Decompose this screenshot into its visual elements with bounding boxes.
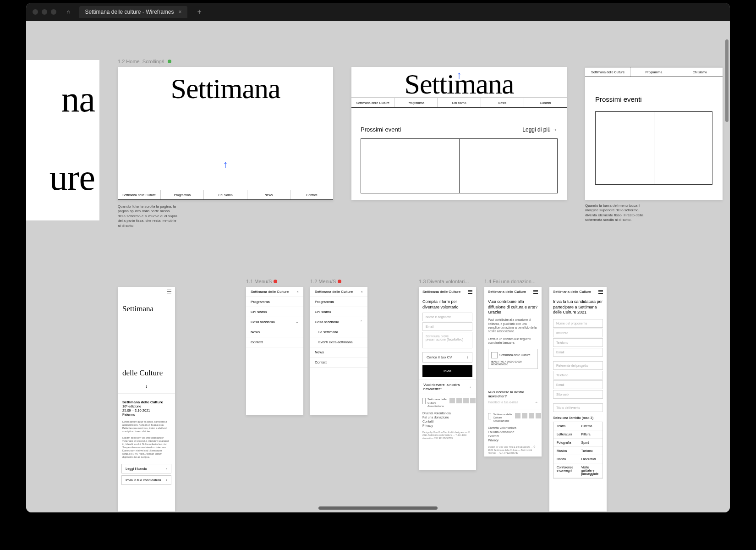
submenu-item[interactable]: La settimana	[310, 327, 367, 337]
submit-button[interactable]: Invia	[422, 365, 472, 377]
menu-item[interactable]: News	[310, 347, 367, 358]
maximize-window-button[interactable]	[51, 9, 56, 15]
frame-1-3[interactable]: 1.3 Home_Scrolling/L Settimana ↑ Settima…	[351, 67, 567, 200]
canvas[interactable]: na ure 1.2 Home_Scrolling/L Settimana ↑ …	[26, 21, 730, 512]
frame-1-4-donazione[interactable]: 1.4 Fai una donazion... Settimana delle …	[484, 287, 542, 456]
newsletter-input[interactable]: Inserisci la tua e-mail→	[484, 399, 542, 409]
category-option[interactable]: Musica	[553, 447, 578, 455]
nav-item[interactable]: Settimana delle Culture	[585, 67, 631, 77]
category-option[interactable]: Turismo	[578, 447, 603, 455]
footer-link[interactable]: Fai una donazione	[488, 430, 538, 434]
nav-item[interactable]: Programma	[161, 190, 204, 199]
footer-link[interactable]: Fai una donazione	[422, 416, 472, 419]
nav-item[interactable]: Settimana delle Culture	[351, 98, 394, 107]
menu-item[interactable]: Contatti	[246, 337, 303, 347]
titolo-evento-input[interactable]: Titolo dell'evento	[553, 403, 603, 412]
menu-item[interactable]: Programma	[310, 297, 367, 307]
category-option[interactable]: Cinema	[578, 422, 603, 430]
footer-link[interactable]: Contatti	[422, 420, 472, 423]
footer: Settimana delle Culture Associazione Div…	[484, 409, 542, 458]
nav-item[interactable]: Chi siamo	[204, 190, 247, 199]
nav-item[interactable]: Programma	[394, 98, 438, 107]
event-card[interactable]	[595, 111, 654, 185]
frame-1-1-menu-s[interactable]: 1.1 Menu/S Settimana delle Culture× Prog…	[246, 287, 303, 415]
close-tab-icon[interactable]: ×	[179, 9, 182, 15]
scrollbar-vertical[interactable]	[725, 39, 729, 122]
bio-textarea[interactable]: Scrivi una breve presentazione (facoltat…	[422, 332, 472, 348]
menu-item[interactable]: Programma	[246, 297, 303, 307]
upload-cv-button[interactable]: Carica il tuo CV↓	[422, 352, 472, 363]
menu-item[interactable]: Chi siamo	[310, 307, 367, 317]
nav-item[interactable]: Contatti	[524, 98, 567, 107]
frame-cropped-left[interactable]: na ure	[26, 60, 99, 220]
menu-item[interactable]: Cosa facciamo⌃	[310, 317, 367, 327]
email-input[interactable]: Email	[422, 322, 472, 331]
nav-item[interactable]: News	[247, 190, 290, 199]
referente-input[interactable]: Referente del progetto	[553, 361, 603, 370]
name-input[interactable]: Nome e cognome	[422, 313, 472, 321]
nav-item[interactable]: Chi siamo	[677, 67, 723, 77]
email2-input[interactable]: Email	[553, 380, 603, 389]
category-option[interactable]: Danza	[553, 455, 578, 463]
close-window-button[interactable]	[33, 9, 38, 15]
frame-1-2[interactable]: 1.2 Home_Scrolling/L Settimana ↑ Settima…	[118, 67, 333, 200]
footer-link[interactable]: Privacy	[422, 424, 472, 427]
menu-icon[interactable]	[598, 290, 603, 294]
footer-link[interactable]: Diventa volontario/a	[488, 426, 538, 429]
nav-item[interactable]: Contatti	[290, 190, 333, 199]
category-option[interactable]: Letteratura	[553, 430, 578, 439]
add-tab-button[interactable]: +	[197, 8, 202, 16]
leggi-bando-button[interactable]: Leggi il bando›	[121, 464, 171, 473]
footer-link[interactable]: Contatti	[488, 434, 538, 438]
submenu-item[interactable]: Eventi extra-settimana	[310, 337, 367, 347]
frame-1-4[interactable]: 1.4 Home_Scrolling/L Settimana delle Cul…	[585, 67, 723, 200]
frame-1-5-candidatura[interactable]: 1.5 Invia candidatura... Settimana delle…	[549, 287, 607, 512]
category-option[interactable]: Laboratori	[578, 455, 603, 463]
email-input[interactable]: Email	[553, 348, 603, 357]
menu-icon[interactable]	[468, 290, 472, 294]
nav-item[interactable]: Programma	[631, 67, 677, 77]
home-icon[interactable]: ⌂	[66, 8, 70, 16]
sito-input[interactable]: Sito web	[553, 390, 603, 399]
tab-active[interactable]: Settimana delle culture - Wireframes ×	[79, 6, 187, 18]
indirizzo-input[interactable]: Indirizzo	[553, 329, 603, 337]
category-option[interactable]: Pittura	[578, 430, 603, 439]
category-option[interactable]: Fotografia	[553, 439, 578, 447]
menu-item[interactable]: Settimana delle Culture×	[246, 287, 303, 297]
social-icons[interactable]	[449, 398, 476, 403]
nav-item[interactable]: Chi siamo	[438, 98, 481, 107]
minimize-window-button[interactable]	[42, 9, 47, 15]
proponente-input[interactable]: Nome del proponente	[553, 319, 603, 328]
frame-1-2-menu-s[interactable]: 1.2 Menu/S Settimana delle Culture× Prog…	[310, 287, 367, 415]
telefono-input[interactable]: Telefono	[553, 338, 603, 347]
nav-item[interactable]: News	[481, 98, 524, 107]
category-option[interactable]: Visite guidate e passeggiate	[578, 463, 603, 478]
newsletter-cta[interactable]: Vuoi ricevere la nostra newsletter?→	[419, 380, 476, 394]
frame-1-0-home-s[interactable]: 1.0 Home/S Settimana delle Culture ↓ Set…	[118, 287, 175, 512]
menu-item[interactable]: News	[246, 327, 303, 337]
social-icons[interactable]	[515, 413, 541, 418]
menu-icon[interactable]	[533, 290, 538, 294]
event-card[interactable]	[460, 138, 558, 193]
footer-brand: Settimana delle Culture Associazione	[427, 398, 447, 408]
scrollbar-horizontal[interactable]	[318, 506, 438, 510]
category-option[interactable]: Conferenze e convegni	[553, 463, 578, 478]
status-dot-icon	[338, 280, 341, 283]
footer-link[interactable]: Diventa volontario/a	[422, 412, 472, 415]
footer-link[interactable]: Privacy	[488, 439, 538, 442]
telefono2-input[interactable]: Telefono	[553, 371, 603, 380]
event-card[interactable]	[361, 138, 460, 193]
menu-icon[interactable]	[167, 290, 171, 293]
nav-item[interactable]: Settimana delle Culture	[118, 190, 161, 199]
menu-item[interactable]: Contatti	[310, 358, 367, 368]
category-option[interactable]: Sport	[578, 439, 603, 447]
footer: Settimana delle Culture Associazione Div…	[419, 394, 476, 443]
frame-1-3-volontario[interactable]: 1.3 Diventa volontari... Settimana delle…	[419, 287, 476, 470]
menu-item[interactable]: Cosa facciamo⌄	[246, 317, 303, 327]
read-more-link[interactable]: Leggi di più →	[522, 126, 558, 133]
invia-candidatura-button[interactable]: Invia la tua candidatura›	[121, 475, 171, 485]
menu-item[interactable]: Chi siamo	[246, 307, 303, 317]
event-card[interactable]	[654, 111, 713, 185]
category-option[interactable]: Teatro	[553, 422, 578, 430]
menu-item[interactable]: Settimana delle Culture×	[310, 287, 367, 297]
